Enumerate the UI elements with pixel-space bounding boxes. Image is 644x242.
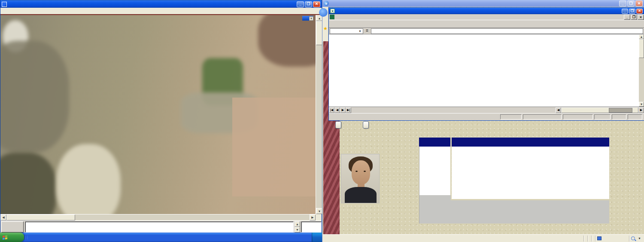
minimize-button[interactable]: _ [619,0,626,6]
scrollbar-thumb[interactable] [6,214,75,221]
map-horizontal-scrollbar[interactable]: ◀ ▶ [0,214,316,220]
map-canvas[interactable]: x [0,15,316,214]
workbook-icon [330,15,334,19]
close-button[interactable]: ✕ [636,9,643,14]
prev-sheet-icon[interactable]: ◀ [334,107,340,113]
restore-button[interactable]: ❐ [629,9,635,14]
ie-app-icon: e [324,1,329,6]
favorites-star-icon[interactable]: ★ [323,26,328,31]
windows-logo-icon [3,235,7,240]
last-sheet-icon[interactable]: ▶| [346,107,351,113]
runner-photo [341,154,380,203]
scrollbar-thumb[interactable] [639,39,644,58]
show-all-button[interactable] [335,121,341,129]
workbook-close-icon[interactable]: x [638,15,644,20]
name-box[interactable]: ▼ [330,28,363,34]
show-pages-button[interactable] [363,121,369,129]
workbook-restore-icon[interactable]: ❐ [631,15,637,20]
course-panel [419,147,450,224]
ie-window: e _ ❐ ✕ ★ [322,0,644,242]
monitor-textbox[interactable] [25,221,294,233]
excel-statusbar [329,113,644,120]
excel-window: X _ ❐ ✕ _ ❐ x ▼ = [328,7,644,121]
leg-description [450,200,609,224]
scroll-left-icon[interactable]: ◀ [0,214,6,221]
tab-scrollbar[interactable] [561,107,638,113]
first-sheet-icon[interactable]: |◀ [329,107,334,113]
chevron-down-icon[interactable]: ▼ [638,237,641,240]
zoom-icon [631,236,635,240]
map-toolbar: x [302,16,313,21]
ie-statusbar: ▼ [322,234,644,242]
sheet-tab-bar: |◀ ◀ ▶ ▶| ◀ ▶ [329,107,644,113]
my-computer-icon [597,236,601,240]
next-sheet-icon[interactable]: ▶ [340,107,346,113]
course-panel-filler [419,195,451,224]
elevation-chart-panel [452,147,609,199]
start-button[interactable] [0,233,24,242]
scroll-right-icon[interactable]: ▶ [310,214,316,221]
maximize-button[interactable]: ❐ [627,0,635,6]
restore-button[interactable]: ❐ [305,1,312,7]
close-icon[interactable]: x [309,16,313,21]
close-button[interactable]: ✕ [635,0,643,6]
minimize-button[interactable]: _ [297,1,304,7]
map-vertical-scrollbar[interactable]: ▲ ▼ [316,15,322,214]
uiview-titlebar[interactable]: _ ❐ ✕ [0,0,322,8]
excel-app-icon: X [330,9,335,13]
scroll-up-icon[interactable]: ▲ [639,34,644,39]
scroll-down-icon[interactable]: ▼ [295,227,300,233]
formula-equals-button[interactable]: = [364,28,370,34]
route-lines [0,15,316,214]
uiview-window: _ ❐ ✕ x ▲ ▼ [0,0,322,233]
excel-toolbar [329,20,644,28]
system-tray [312,233,322,242]
ie-titlebar[interactable]: e _ ❐ ✕ [322,0,644,7]
taskbar: ⋮ ⋮ [0,233,322,242]
desktop: _ ❐ ✕ x ▲ ▼ [0,0,644,242]
course-header [419,138,450,147]
scroll-down-icon[interactable]: ▼ [639,102,644,107]
scroll-left-icon[interactable]: ◀ [556,107,561,113]
elevation-chart [453,153,608,200]
workbook-minimize-icon[interactable]: _ [624,15,630,20]
cursor-coordinates [301,221,322,233]
uiview-app-icon [2,2,7,7]
spreadsheet-grid[interactable]: ▲ ▼ [329,34,644,107]
excel-titlebar[interactable]: X _ ❐ ✕ [329,8,644,14]
elevation-header [452,138,609,147]
grid-vertical-scrollbar[interactable]: ▲ ▼ [639,34,644,107]
formula-input[interactable] [371,28,643,34]
num-lock-indicator [594,114,611,119]
scroll-right-icon[interactable]: ▶ [638,107,644,113]
scroll-up-icon[interactable]: ▲ [295,221,300,227]
taskbar-divider: ⋮ [26,233,28,241]
formula-bar: ▼ = [329,28,644,34]
ie-toolbar-sliver: ★ [322,7,328,42]
excel-menubar: _ ❐ x [329,14,644,20]
back-icon[interactable] [319,8,328,17]
close-button[interactable]: ✕ [313,1,320,7]
monitor-scroll: ▲ ▼ [295,221,300,233]
locator-badge[interactable] [1,221,24,233]
minimize-button[interactable]: _ [622,9,628,14]
map-toolbar-titlebar[interactable]: x [302,16,313,21]
monitor-panel: ▲ ▼ [0,221,322,233]
chevron-down-icon[interactable]: ▼ [358,30,361,33]
uiview-menubar [0,8,322,14]
